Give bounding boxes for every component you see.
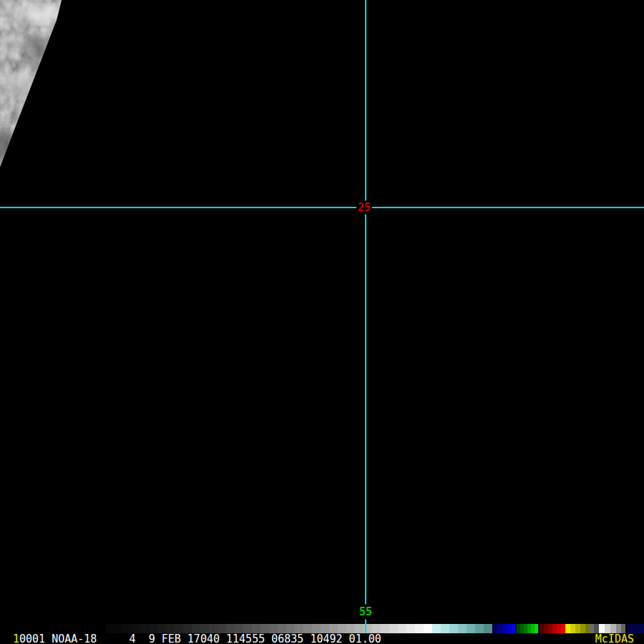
colorbar-segment	[381, 624, 389, 633]
mcidas-image-display[interactable]: 25 55 10001 NOAA-18 4 9 FEB 17040 114555…	[0, 0, 644, 644]
colorbar-segment	[484, 624, 492, 633]
cursor-col-value-label: 55	[358, 605, 374, 620]
crosshair-vertical-line[interactable]	[365, 0, 366, 633]
colorbar-segment	[575, 624, 580, 633]
colorbar-segment	[449, 624, 458, 633]
colorbar-segment	[570, 624, 575, 633]
colorbar-segment	[458, 624, 467, 633]
colorbar-segment	[389, 624, 398, 633]
frame-number-label: 1	[13, 633, 19, 644]
colorbar-segment	[441, 624, 449, 633]
colorbar-segment	[398, 624, 406, 633]
cursor-row-value-label: 25	[356, 201, 372, 215]
colorbar-segment	[467, 624, 475, 633]
colorbar-segment	[432, 624, 441, 633]
status-text: 10001 NOAA-18 4 9 FEB 17040 114555 06835…	[13, 634, 381, 644]
colorbar-segment	[406, 624, 415, 633]
mcidas-brand-label: McIDAS	[595, 634, 634, 644]
colorbar-segment	[424, 624, 432, 633]
colorbar-segment	[565, 624, 570, 633]
crosshair-horizontal-line[interactable]	[0, 207, 644, 208]
satellite-image-swath	[0, 0, 79, 175]
colorbar-segment	[580, 624, 585, 633]
colorbar-segment	[415, 624, 424, 633]
status-bar: 10001 NOAA-18 4 9 FEB 17040 114555 06835…	[0, 634, 644, 644]
image-info-label: 0001 NOAA-18 4 9 FEB 17040 114555 06835 …	[19, 633, 381, 644]
colorbar-segment	[475, 624, 484, 633]
